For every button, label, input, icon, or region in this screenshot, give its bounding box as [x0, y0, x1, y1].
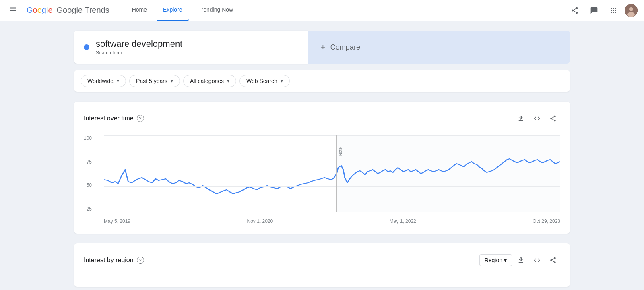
filter-time-range[interactable]: Past 5 years ▾	[129, 75, 180, 87]
apps-icon-btn[interactable]	[605, 2, 621, 19]
filter-location[interactable]: Worldwide ▾	[80, 75, 126, 87]
search-card: software development Search term ⋮	[74, 31, 308, 64]
search-compare-row: software development Search term ⋮ + Com…	[74, 31, 570, 64]
region-share-icon-btn[interactable]	[546, 253, 560, 267]
interest-by-region-header: Interest by region ? Region ▾	[84, 253, 560, 267]
embed-icon-btn[interactable]	[530, 111, 544, 126]
filter-row: Worldwide ▾ Past 5 years ▾ All categorie…	[74, 70, 570, 92]
interest-chart-container: 100 75 50 25 Note	[84, 135, 560, 224]
logo[interactable]: Google Google Trends	[27, 6, 109, 15]
logo-trends: Google Trends	[57, 6, 109, 15]
interest-by-region-help[interactable]: ?	[137, 257, 144, 264]
interest-by-region-title: Interest by region	[84, 257, 134, 264]
note-label: Note	[338, 147, 343, 156]
main-content: software development Search term ⋮ + Com…	[64, 21, 580, 290]
chart-area: Note	[104, 135, 560, 212]
download-icon-btn[interactable]	[514, 111, 528, 126]
region-section-actions: Region ▾	[479, 253, 560, 267]
compare-card[interactable]: + Compare	[308, 31, 570, 64]
filter-search-type[interactable]: Web Search ▾	[239, 75, 290, 87]
compare-label: Compare	[330, 43, 360, 52]
header-nav: Home Explore Trending Now	[126, 0, 239, 21]
region-chevron: ▾	[504, 257, 507, 263]
y-label-100: 100	[84, 135, 92, 141]
search-more-options-button[interactable]: ⋮	[284, 39, 298, 55]
region-download-icon-btn[interactable]	[514, 253, 528, 267]
interest-by-region-section: Interest by region ? Region ▾	[74, 243, 570, 287]
nav-trending-now[interactable]: Trending Now	[192, 0, 240, 21]
grid-line-75	[104, 161, 560, 161]
svg-point-2	[627, 12, 635, 17]
nav-home[interactable]: Home	[126, 0, 153, 21]
svg-point-1	[629, 7, 633, 11]
filter-category-chevron: ▾	[227, 78, 229, 84]
filter-category[interactable]: All categories ▾	[183, 75, 236, 87]
interest-over-time-help[interactable]: ?	[137, 115, 144, 122]
share-icon-btn[interactable]	[567, 2, 583, 19]
region-embed-icon-btn[interactable]	[530, 253, 544, 267]
filter-time-range-chevron: ▾	[171, 78, 173, 84]
filter-search-type-label: Web Search	[246, 78, 277, 84]
chart-grid	[104, 135, 560, 212]
interest-over-time-section: Interest over time ?	[74, 102, 570, 234]
y-label-25: 25	[87, 206, 92, 212]
note-line: Note	[336, 135, 337, 212]
region-title-row: Interest by region ?	[84, 257, 144, 264]
filter-location-label: Worldwide	[87, 78, 114, 84]
filter-time-range-label: Past 5 years	[136, 78, 167, 84]
grid-line-50	[104, 186, 560, 187]
x-axis: May 5, 2019 Nov 1, 2020 May 1, 2022 Oct …	[104, 218, 560, 224]
search-term-info: software development Search term	[96, 39, 278, 56]
search-term-name: software development	[96, 39, 278, 49]
section-title-row: Interest over time ?	[84, 115, 144, 122]
header-left: Google Google Trends Home Explore Trendi…	[6, 0, 239, 21]
interest-over-time-header: Interest over time ?	[84, 111, 560, 126]
avatar[interactable]	[625, 4, 638, 17]
feedback-icon-btn[interactable]	[586, 2, 602, 19]
x-label-1: Nov 1, 2020	[247, 218, 273, 224]
filter-search-type-chevron: ▾	[281, 78, 283, 84]
x-label-3: Oct 29, 2023	[533, 218, 560, 224]
search-dot	[84, 44, 89, 50]
filter-category-label: All categories	[190, 78, 224, 84]
header-right	[567, 2, 638, 19]
interest-over-time-title: Interest over time	[84, 115, 134, 122]
avatar-image	[625, 4, 638, 17]
grid-line-100	[104, 135, 560, 136]
compare-plus-icon: +	[320, 42, 326, 52]
region-select[interactable]: Region ▾	[479, 254, 512, 266]
y-label-50: 50	[87, 182, 92, 188]
menu-icon[interactable]	[6, 2, 20, 18]
filter-location-chevron: ▾	[117, 78, 119, 84]
nav-explore[interactable]: Explore	[157, 0, 188, 21]
y-axis: 100 75 50 25	[84, 135, 95, 212]
search-term-type: Search term	[96, 50, 278, 56]
region-label: Region	[485, 257, 502, 263]
logo-google: Google	[27, 6, 53, 15]
share-chart-icon-btn[interactable]	[546, 111, 560, 126]
header: Google Google Trends Home Explore Trendi…	[0, 0, 644, 21]
x-label-0: May 5, 2019	[104, 218, 130, 224]
section-actions	[514, 111, 560, 126]
y-label-75: 75	[87, 159, 92, 165]
x-label-2: May 1, 2022	[390, 218, 416, 224]
